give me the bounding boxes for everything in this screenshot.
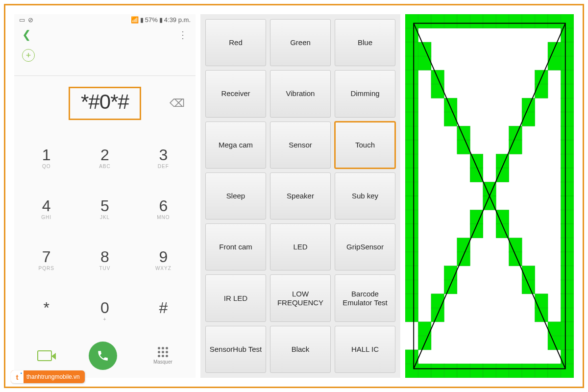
- test-button-vibration[interactable]: Vibration: [270, 70, 331, 117]
- svg-rect-5: [431, 364, 444, 378]
- test-button-dimming[interactable]: Dimming: [335, 70, 395, 117]
- key-2[interactable]: 2ABC: [75, 133, 134, 184]
- svg-rect-62: [405, 280, 418, 294]
- svg-rect-21: [535, 364, 548, 378]
- test-button-sub-key[interactable]: Sub key: [335, 172, 395, 220]
- svg-rect-106: [535, 294, 548, 308]
- test-button-front-cam[interactable]: Front cam: [205, 223, 266, 270]
- svg-rect-18: [522, 14, 535, 28]
- svg-rect-92: [483, 182, 496, 196]
- svg-rect-78: [431, 84, 444, 98]
- svg-rect-32: [405, 70, 418, 84]
- backspace-button[interactable]: ⌫: [170, 97, 185, 110]
- svg-rect-29: [561, 42, 574, 56]
- test-button-gripsensor[interactable]: GripSensor: [335, 223, 395, 270]
- key-hash[interactable]: #: [134, 286, 193, 337]
- status-bar: ▭ ⊘ 📶 ▮ 57% ▮ 4:39 p.m.: [14, 14, 196, 24]
- svg-rect-13: [483, 364, 496, 378]
- svg-rect-25: [561, 364, 574, 378]
- dial-input[interactable]: *#0*#: [81, 90, 129, 113]
- test-button-red[interactable]: Red: [205, 19, 266, 66]
- test-button-hall-ic[interactable]: HALL IC: [335, 326, 395, 373]
- test-button-led[interactable]: LED: [270, 223, 331, 270]
- svg-rect-15: [496, 364, 509, 378]
- test-button-mega-cam[interactable]: Mega cam: [205, 122, 266, 169]
- svg-rect-43: [561, 140, 574, 154]
- svg-rect-42: [405, 140, 418, 154]
- test-button-barcode-emulator-test[interactable]: Barcode Emulator Test: [335, 274, 395, 321]
- svg-rect-66: [405, 308, 418, 322]
- key-4[interactable]: 4GHI: [17, 184, 75, 235]
- svg-rect-23: [548, 364, 561, 378]
- dialer-panel: ▭ ⊘ 📶 ▮ 57% ▮ 4:39 p.m. ❮ ⋮ + *#0*# ⌫: [14, 14, 196, 378]
- key-5[interactable]: 5JKL: [75, 184, 134, 235]
- test-button-sensor[interactable]: Sensor: [270, 122, 331, 169]
- key-3[interactable]: 3DEF: [134, 133, 193, 184]
- key-6[interactable]: 6MNO: [134, 184, 193, 235]
- touch-trace-line: [414, 24, 565, 369]
- touch-test-canvas: [405, 14, 574, 378]
- svg-rect-69: [561, 336, 574, 350]
- svg-rect-10: [470, 14, 483, 28]
- watermark-badge: t thanhtrungmobile.vn: [11, 370, 85, 383]
- video-call-button[interactable]: [37, 350, 52, 361]
- test-button-blue[interactable]: Blue: [335, 19, 395, 66]
- test-button-sensorhub-test[interactable]: SensorHub Test: [205, 326, 266, 373]
- svg-rect-45: [561, 154, 574, 168]
- phone-icon: [97, 349, 109, 362]
- svg-rect-55: [561, 224, 574, 238]
- add-contact-button[interactable]: +: [22, 49, 35, 62]
- key-1[interactable]: 1QO: [17, 133, 75, 184]
- touch-test-panel[interactable]: [405, 14, 574, 378]
- svg-rect-91: [496, 168, 509, 182]
- svg-rect-1: [405, 364, 418, 378]
- svg-rect-47: [561, 168, 574, 182]
- watermark-logo: t: [11, 370, 24, 383]
- test-button-green[interactable]: Green: [270, 19, 331, 66]
- svg-rect-31: [561, 56, 574, 71]
- svg-rect-58: [405, 252, 418, 266]
- svg-rect-105: [444, 280, 457, 294]
- test-button-sleep[interactable]: Sleep: [205, 172, 266, 220]
- svg-rect-17: [509, 364, 522, 378]
- test-button-speaker[interactable]: Speaker: [270, 172, 331, 220]
- test-button-receiver[interactable]: Receiver: [205, 70, 266, 117]
- battery-icon: ▮: [159, 16, 163, 24]
- dial-code-highlight: *#0*#: [69, 87, 141, 120]
- hide-keypad-button[interactable]: Masquer: [153, 347, 172, 365]
- key-8[interactable]: 8TUV: [75, 235, 134, 286]
- key-9[interactable]: 9WXYZ: [134, 235, 193, 286]
- svg-rect-81: [522, 98, 535, 112]
- svg-rect-60: [405, 266, 418, 280]
- svg-rect-83: [522, 112, 535, 126]
- svg-rect-53: [561, 210, 574, 224]
- svg-rect-68: [561, 322, 574, 336]
- svg-rect-16: [509, 14, 522, 28]
- test-button-ir-led[interactable]: IR LED: [205, 274, 266, 321]
- key-7[interactable]: 7PQRS: [17, 235, 75, 286]
- svg-rect-6: [444, 14, 457, 28]
- svg-rect-79: [535, 84, 548, 98]
- hide-keypad-label: Masquer: [153, 359, 172, 365]
- test-button-low-frequency[interactable]: LOW FREQUENCY: [270, 274, 331, 321]
- divider: [14, 75, 196, 76]
- key-0[interactable]: 0+: [75, 286, 134, 337]
- svg-rect-59: [561, 252, 574, 266]
- svg-rect-50: [405, 196, 418, 210]
- svg-rect-19: [522, 364, 535, 378]
- key-star[interactable]: *: [17, 286, 75, 337]
- svg-rect-82: [444, 112, 457, 126]
- svg-rect-37: [561, 98, 574, 112]
- overflow-menu-button[interactable]: ⋮: [178, 32, 188, 37]
- test-button-touch[interactable]: Touch: [335, 122, 395, 169]
- svg-rect-64: [405, 294, 418, 308]
- svg-rect-61: [561, 266, 574, 280]
- svg-rect-67: [561, 308, 574, 322]
- test-button-black[interactable]: Black: [270, 326, 331, 373]
- svg-rect-95: [470, 210, 483, 224]
- svg-rect-30: [405, 56, 418, 71]
- svg-rect-28: [405, 42, 418, 56]
- back-button[interactable]: ❮: [22, 28, 31, 41]
- svg-rect-40: [405, 126, 418, 140]
- call-button[interactable]: [89, 342, 117, 370]
